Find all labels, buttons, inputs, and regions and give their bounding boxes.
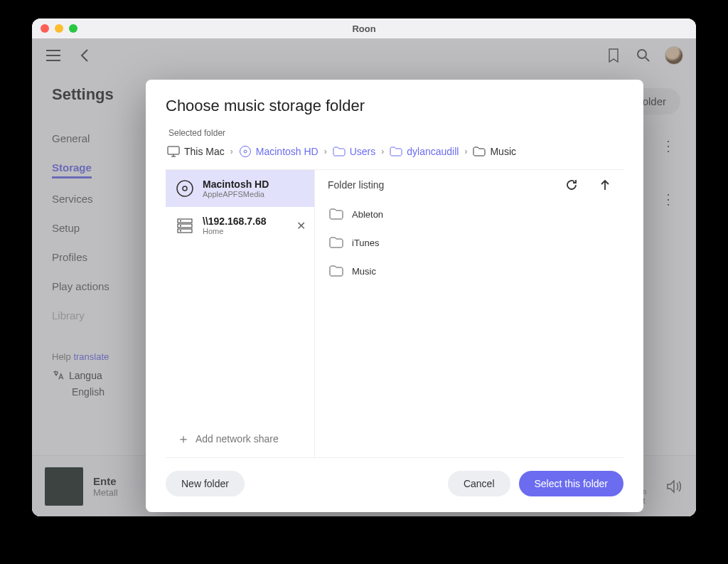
breadcrumb: This Mac › Macintosh HD › Users › dylanc… [166, 145, 623, 158]
svg-point-12 [180, 220, 181, 222]
folder-row[interactable]: Music [315, 257, 623, 285]
drive-name: Macintosh HD [203, 179, 269, 190]
refresh-icon[interactable] [565, 179, 578, 191]
folder-icon [329, 265, 343, 277]
folder-icon [333, 147, 346, 156]
window-title: Roon [32, 23, 696, 34]
folder-row[interactable]: Ableton [315, 200, 623, 228]
chevron-right-icon: › [230, 147, 233, 156]
new-folder-button[interactable]: New folder [166, 471, 245, 496]
crumb-music: Music [473, 146, 516, 157]
listing-title: Folder listing [328, 179, 557, 191]
remove-drive-icon[interactable]: ✕ [296, 219, 306, 233]
svg-point-7 [177, 181, 193, 196]
monitor-icon [167, 146, 180, 157]
folder-icon [473, 147, 486, 156]
disk-icon [239, 145, 252, 158]
drive-network[interactable]: \\192.168.7.68 Home ✕ [166, 207, 314, 244]
folder-name: Music [352, 266, 376, 277]
folder-name: Ableton [352, 209, 383, 220]
crumb-this-mac[interactable]: This Mac [167, 146, 225, 157]
crumb-macintosh-hd[interactable]: Macintosh HD [239, 145, 318, 158]
folder-icon [329, 208, 343, 220]
chevron-right-icon: › [324, 147, 327, 156]
svg-point-13 [180, 225, 181, 227]
drives-list: Macintosh HD AppleAPFSMedia \\192.168.7.… [166, 170, 315, 457]
disk-icon [176, 179, 194, 198]
chevron-right-icon: › [381, 147, 384, 156]
chevron-right-icon: › [464, 147, 467, 156]
svg-point-5 [240, 147, 250, 157]
nas-icon [176, 216, 194, 235]
select-folder-button[interactable]: Select this folder [519, 471, 624, 496]
drive-subtitle: AppleAPFSMedia [203, 190, 269, 198]
folder-row[interactable]: iTunes [315, 228, 623, 257]
plus-icon: ＋ [177, 430, 190, 447]
svg-point-8 [183, 186, 187, 191]
drive-name: \\192.168.7.68 [203, 216, 267, 227]
cancel-button[interactable]: Cancel [448, 471, 510, 496]
up-folder-icon[interactable] [599, 179, 611, 191]
svg-point-6 [244, 150, 247, 153]
titlebar: Roon [32, 18, 696, 38]
svg-rect-4 [168, 147, 179, 154]
folder-icon [390, 147, 402, 156]
folder-name: iTunes [352, 238, 380, 248]
folder-icon [329, 237, 343, 248]
crumb-users[interactable]: Users [333, 146, 376, 157]
app-window: Roon Settings General Storage Services S… [32, 18, 696, 516]
add-network-share-button[interactable]: ＋ Add network share [166, 420, 314, 457]
crumb-dylancaudill[interactable]: dylancaudill [390, 146, 459, 157]
modal-footer: New folder Cancel Select this folder [166, 458, 623, 496]
choose-folder-modal: Choose music storage folder Selected fol… [146, 80, 643, 512]
folder-listing: Folder listing Ableton iTunes [315, 170, 623, 457]
svg-point-14 [180, 230, 181, 232]
selected-folder-label: Selected folder [166, 128, 623, 138]
modal-title: Choose music storage folder [166, 97, 623, 115]
drive-subtitle: Home [203, 227, 267, 235]
drive-macintosh-hd[interactable]: Macintosh HD AppleAPFSMedia [166, 170, 314, 207]
